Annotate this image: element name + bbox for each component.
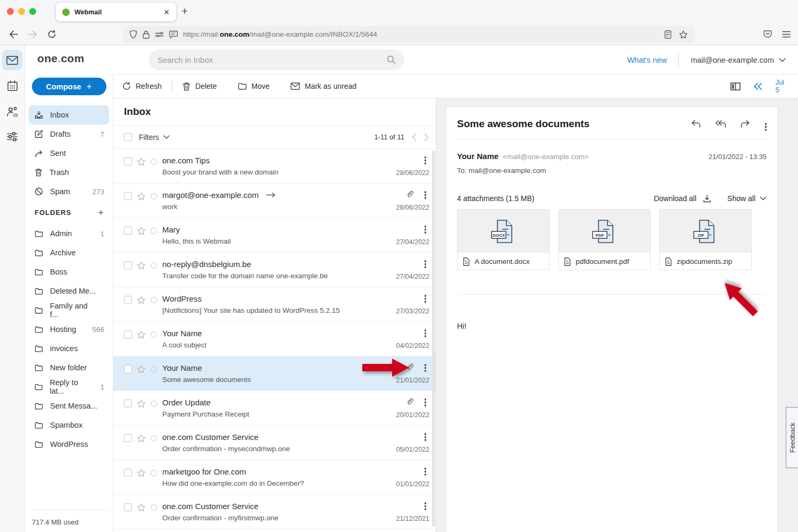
- sidebar-folder-item[interactable]: Deleted Me...: [29, 281, 109, 301]
- rail-mail-button[interactable]: [2, 50, 22, 70]
- email-more-menu[interactable]: [425, 329, 427, 331]
- select-email-checkbox[interactable]: [124, 365, 132, 373]
- forward-button[interactable]: [26, 28, 39, 40]
- sidebar-folder-item[interactable]: Boss: [29, 262, 109, 281]
- email-more-menu[interactable]: [425, 364, 427, 366]
- email-more-menu[interactable]: [425, 468, 427, 470]
- email-more-menu[interactable]: [425, 156, 427, 159]
- sidebar-folder-item[interactable]: Spambox: [29, 415, 109, 435]
- email-more-menu[interactable]: [425, 502, 427, 504]
- email-more-menu[interactable]: [425, 191, 427, 193]
- email-list-item[interactable]: Your Name A cool subject 04/02/2022: [113, 322, 436, 356]
- email-list-item[interactable]: one.com Customer Service Order confirmat…: [113, 495, 436, 529]
- sidebar-folder-item[interactable]: Admin 1: [29, 224, 109, 243]
- email-more-menu[interactable]: [425, 226, 427, 228]
- email-more-menu[interactable]: [425, 433, 427, 435]
- read-status-toggle[interactable]: [151, 297, 157, 303]
- sidebar-folder-item[interactable]: Family and f...: [29, 301, 109, 320]
- select-email-checkbox[interactable]: [124, 157, 132, 165]
- attachment-card[interactable]: DOCX A document.docx: [457, 209, 550, 270]
- read-status-toggle[interactable]: [151, 331, 157, 338]
- compose-button[interactable]: Compose+: [32, 78, 106, 95]
- select-email-checkbox[interactable]: [124, 261, 132, 269]
- email-list-item[interactable]: WordPress [Notifictions] Your site has u…: [113, 287, 436, 322]
- sidebar-folder-item[interactable]: Hosting 566: [29, 320, 109, 339]
- search-bar[interactable]: [149, 49, 404, 70]
- email-list-item[interactable]: one.com Customer Service Order confirmat…: [113, 426, 436, 460]
- search-icon[interactable]: [387, 55, 396, 64]
- reader-mode-icon[interactable]: [664, 30, 671, 39]
- read-status-toggle[interactable]: [151, 435, 157, 442]
- read-status-toggle[interactable]: [151, 262, 157, 269]
- email-list-item[interactable]: one.com Tips Boost your brand with a new…: [113, 149, 436, 184]
- email-more-menu[interactable]: [425, 295, 427, 297]
- rail-settings-button[interactable]: [2, 127, 22, 147]
- collapse-pane-icon[interactable]: [753, 83, 762, 90]
- minimize-window-button[interactable]: [18, 8, 25, 15]
- zoom-window-button[interactable]: [29, 8, 36, 15]
- read-status-toggle[interactable]: [151, 228, 157, 234]
- sidebar-folder-item[interactable]: Sent Messa...: [29, 396, 109, 415]
- attachment-card[interactable]: ZIP zipdocuments.zip: [659, 209, 752, 270]
- menu-hamburger-icon[interactable]: [780, 28, 793, 40]
- star-icon[interactable]: [137, 157, 146, 166]
- select-email-checkbox[interactable]: [124, 434, 132, 442]
- lock-icon[interactable]: [143, 30, 149, 39]
- browser-tab[interactable]: Webmail ✕: [56, 3, 176, 21]
- new-tab-button[interactable]: +: [181, 5, 188, 18]
- read-status-toggle[interactable]: [151, 159, 157, 165]
- sidebar-item-trash[interactable]: Trash: [29, 163, 109, 182]
- reply-icon[interactable]: [691, 120, 701, 128]
- download-all-button[interactable]: Download all: [654, 194, 711, 203]
- rail-calendar-button[interactable]: [2, 76, 22, 96]
- account-menu[interactable]: mail@one-example.com: [691, 56, 786, 64]
- star-icon[interactable]: [137, 434, 146, 443]
- mark-unread-button[interactable]: Mark as unread: [290, 82, 356, 90]
- read-status-toggle[interactable]: [151, 504, 157, 511]
- select-email-checkbox[interactable]: [124, 296, 132, 304]
- star-icon[interactable]: [137, 227, 146, 235]
- reply-all-icon[interactable]: [715, 120, 726, 128]
- star-icon[interactable]: [137, 503, 146, 512]
- star-icon[interactable]: [137, 469, 146, 477]
- message-more-menu[interactable]: [765, 123, 767, 125]
- email-more-menu[interactable]: [425, 260, 427, 262]
- email-list-item[interactable]: Order Update Payment Purchase Receipt 20…: [113, 391, 436, 426]
- rail-contacts-button[interactable]: @: [2, 101, 22, 121]
- sidebar-item-sent[interactable]: Sent: [29, 144, 109, 163]
- star-icon[interactable]: [137, 400, 146, 408]
- email-list-item[interactable]: Mary Hello, this is Webmail 27/04/2022: [113, 218, 436, 253]
- tab-close-icon[interactable]: ✕: [163, 8, 170, 16]
- add-folder-button[interactable]: +: [98, 207, 104, 219]
- sidebar-item-drafts[interactable]: Drafts 7: [29, 124, 109, 144]
- whats-new-link[interactable]: What's new: [627, 56, 667, 64]
- mini-calendar-date[interactable]: Jul5: [775, 79, 784, 94]
- list-scrollbar[interactable]: [432, 151, 435, 527]
- next-page-icon[interactable]: [424, 134, 429, 141]
- refresh-button[interactable]: Refresh: [122, 82, 162, 90]
- sidebar-item-inbox[interactable]: Inbox: [29, 105, 109, 124]
- sidebar-item-spam[interactable]: Spam 273: [29, 182, 109, 201]
- one-com-logo[interactable]: one.com: [37, 52, 84, 65]
- star-icon[interactable]: [137, 365, 146, 373]
- prev-page-icon[interactable]: [412, 134, 417, 141]
- forward-icon[interactable]: [741, 120, 751, 128]
- reload-button[interactable]: [45, 28, 58, 40]
- address-bar[interactable]: https://mail.one.com/mail@one-example.co…: [123, 26, 694, 43]
- sidebar-folder-item[interactable]: New folder: [29, 358, 109, 377]
- pocket-icon[interactable]: [761, 28, 774, 40]
- select-email-checkbox[interactable]: [124, 330, 132, 338]
- show-all-button[interactable]: Show all: [727, 194, 767, 203]
- select-email-checkbox[interactable]: [124, 192, 132, 200]
- email-more-menu[interactable]: [425, 398, 427, 401]
- close-window-button[interactable]: [7, 8, 14, 15]
- select-email-checkbox[interactable]: [124, 400, 132, 408]
- reading-pane-layout-icon[interactable]: [730, 82, 741, 90]
- star-icon[interactable]: [137, 296, 146, 304]
- read-status-toggle[interactable]: [151, 401, 157, 407]
- notification-bubble-icon[interactable]: [169, 30, 178, 38]
- attachment-card[interactable]: PDF pdfdocument.pdf: [558, 209, 651, 270]
- read-status-toggle[interactable]: [151, 366, 157, 372]
- sidebar-folder-item[interactable]: invoices: [29, 339, 109, 358]
- select-email-checkbox[interactable]: [124, 503, 132, 511]
